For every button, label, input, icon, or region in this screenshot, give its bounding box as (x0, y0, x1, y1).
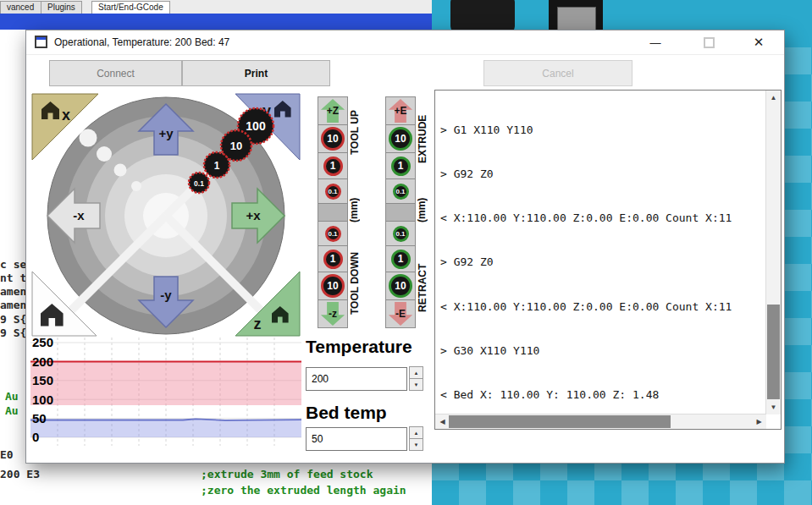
z-strip-spacer (318, 203, 348, 222)
e-step-10-down[interactable]: 10 (385, 272, 416, 300)
tool-up-label: TOOL UP (349, 100, 361, 166)
y-tick: 50 (32, 411, 47, 425)
log-line: < X:110.00 Y:110.00 Z:0.00 E:0.00 Count … (440, 299, 766, 314)
editor-text-fragment: E0 (0, 448, 14, 461)
log-panel: > G1 X110 Y110 > G92 Z0 < X:110.00 Y:110… (434, 90, 782, 430)
z-step-10-up[interactable]: 10 (318, 124, 348, 153)
jog-step-0.1-label: 0.1 (194, 179, 204, 188)
e-down-label: -E (395, 308, 406, 320)
y-tick: 0 (32, 430, 39, 444)
log-output[interactable]: > G1 X110 Y110 > G92 Z0 < X:110.00 Y:110… (435, 91, 766, 414)
cura-toolbar-button-left[interactable] (450, 0, 515, 34)
z-step-1-up[interactable]: 1 (318, 152, 348, 179)
retract-label: RETRACT (417, 242, 428, 333)
maximize-icon (704, 37, 715, 48)
vertical-scroll-thumb[interactable] (767, 305, 780, 399)
gcode-comment-line: ;zero the extruded length again (201, 484, 406, 497)
y-tick: 250 (32, 338, 53, 349)
maximize-button[interactable] (696, 35, 721, 50)
close-button[interactable]: ✕ (746, 35, 771, 50)
log-line: < Bed X: 110.00 Y: 110.00 Z: 1.48 (440, 387, 766, 402)
bed-spin-down-button[interactable]: ▼ (409, 438, 423, 451)
jog-x-minus-label: -x (73, 208, 85, 222)
e-strip-spacer (385, 203, 416, 222)
z-unit-label: (mm) (348, 188, 360, 232)
tab-plugins[interactable]: Plugins (41, 1, 82, 14)
jog-x-plus-label: +x (246, 208, 261, 222)
hotend-spin-down-button[interactable]: ▼ (409, 378, 423, 391)
e-step-1-up[interactable]: 1 (385, 152, 416, 179)
bed-temp-fill (30, 420, 301, 438)
log-line: > G30 X110 Y110 (440, 343, 766, 358)
e-step-0.1-up[interactable]: 0.1 (385, 178, 416, 204)
jog-dot (114, 164, 127, 177)
retract-button[interactable]: -E (385, 299, 416, 328)
e-step-1-down[interactable]: 1 (385, 245, 416, 272)
z-up-button[interactable]: +Z (318, 96, 348, 125)
hotend-temp-fill (30, 362, 301, 405)
log-line: > G92 Z0 (440, 255, 766, 269)
z-step-1-down[interactable]: 1 (318, 245, 348, 272)
printer-control-window: Operational, Temperature: 200 Bed: 47 — … (25, 30, 785, 464)
e-step-0.1-down[interactable]: 0.1 (385, 221, 416, 246)
scroll-down-button[interactable]: ▼ (766, 400, 781, 414)
y-tick: 150 (32, 373, 53, 387)
app-icon (35, 36, 47, 48)
log-vertical-scrollbar[interactable]: ▲ ▼ (765, 91, 781, 414)
home-x-label: x (62, 107, 70, 124)
gcode-code-line: 200 E3 (0, 468, 40, 480)
hotend-temp-input[interactable] (306, 367, 407, 391)
log-line: < X:110.00 Y:110.00 Z:0.00 E:0.00 Count … (440, 211, 766, 225)
z-down-button[interactable]: -z (318, 299, 348, 328)
jog-dot (80, 129, 97, 147)
cancel-button[interactable]: Cancel (483, 60, 632, 86)
z-up-label: +Z (327, 105, 339, 117)
jog-step-10-label: 10 (230, 140, 242, 152)
jog-dot (97, 146, 112, 162)
z-step-10-down[interactable]: 10 (318, 272, 348, 300)
connect-button[interactable]: Connect (49, 60, 182, 86)
window-titlebar[interactable]: Operational, Temperature: 200 Bed: 47 — … (26, 30, 784, 55)
editor-tab-bar: vanced Plugins Start/End-GCode (0, 0, 434, 14)
jog-step-1-label: 1 (214, 160, 220, 172)
log-line: > G92 Z0 (440, 167, 766, 181)
bed-temp-label: Bed temp (306, 403, 387, 423)
z-step-0.1-up[interactable]: 0.1 (318, 178, 348, 204)
extrude-label: EXTRUDE (417, 98, 428, 179)
scroll-up-button[interactable]: ▲ (766, 91, 781, 105)
jog-control: x y z +y -y -x +x 100 10 1 (30, 92, 301, 338)
e-up-label: +E (394, 105, 406, 117)
jog-y-plus-label: +y (158, 126, 174, 140)
e-jog-strip: +E 10 1 0.1 0.1 1 10 -E (385, 97, 416, 328)
horizontal-scroll-thumb[interactable] (449, 415, 671, 428)
bed-temp-spinner: ▲ ▼ (409, 427, 423, 451)
screen: vanced Plugins Start/End-GCode c se nt t… (0, 0, 812, 505)
z-jog-strip: +Z 10 1 0.1 0.1 1 10 -z (318, 97, 348, 328)
editor-selection-bar[interactable] (0, 14, 434, 30)
e-unit-label: (mm) (416, 188, 428, 232)
z-step-0.1-down[interactable]: 0.1 (318, 221, 348, 246)
log-horizontal-scrollbar[interactable]: ◀ ▶ (435, 414, 766, 429)
editor-text-fragment: 9 S{ (0, 313, 26, 326)
gcode-comment-line: ;extrude 3mm of feed stock (201, 468, 373, 480)
bed-spin-up-button[interactable]: ▲ (409, 426, 423, 439)
editor-text-fragment: nt t (0, 272, 26, 284)
scroll-right-button[interactable]: ▶ (752, 414, 766, 429)
print-button[interactable]: Print (182, 60, 330, 86)
hotend-spin-up-button[interactable]: ▲ (409, 366, 423, 379)
jog-step-100-label: 100 (246, 119, 266, 133)
z-down-label: -z (329, 308, 337, 320)
jog-y-minus-label: -y (160, 288, 172, 302)
tool-down-label: TOOL DOWN (349, 233, 361, 333)
extrude-button[interactable]: +E (385, 96, 416, 125)
bed-temp-input[interactable] (306, 427, 407, 451)
minimize-button[interactable]: — (643, 35, 668, 50)
hotend-temp-spinner: ▲ ▼ (409, 367, 423, 391)
scroll-left-button[interactable]: ◀ (435, 414, 450, 429)
hotend-temp-label: Temperature (306, 337, 412, 357)
e-step-10-up[interactable]: 10 (385, 124, 416, 153)
editor-text-fragment: Au (5, 390, 19, 403)
home-z-label: z (254, 316, 262, 332)
tab-start-end-gcode[interactable]: Start/End-GCode (91, 1, 170, 14)
y-tick: 200 (32, 354, 53, 369)
